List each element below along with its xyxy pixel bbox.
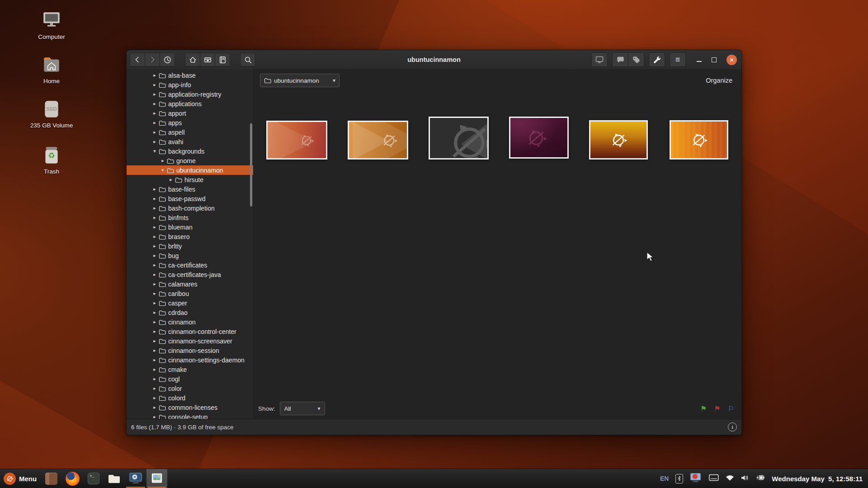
chevron-right-icon[interactable]: ▸ xyxy=(151,291,158,296)
chevron-right-icon[interactable]: ▸ xyxy=(151,234,158,239)
info-button[interactable]: i xyxy=(728,422,737,432)
file-thumbnail-wallpaper-1[interactable] xyxy=(266,121,327,160)
sidebar-item-apps[interactable]: ▸ apps xyxy=(127,118,253,127)
sidebar-item-ca-certificates-java[interactable]: ▸ ca-certificates-java xyxy=(127,270,253,279)
computer-button[interactable] xyxy=(200,53,215,66)
launcher-package[interactable] xyxy=(41,469,61,488)
sidebar-item-backgrounds[interactable]: ▾ backgrounds xyxy=(127,146,253,156)
chevron-right-icon[interactable]: ▸ xyxy=(151,272,158,277)
chevron-right-icon[interactable]: ▸ xyxy=(151,414,158,419)
sidebar-item-colord[interactable]: ▸ colord xyxy=(127,393,253,403)
sidebar-item-binfmts[interactable]: ▸ binfmts xyxy=(127,213,253,222)
sidebar-item-casper[interactable]: ▸ casper xyxy=(127,298,253,308)
sidebar-item-cinnamon-screensaver[interactable]: ▸ cinnamon-screensaver xyxy=(127,336,253,346)
sidebar-item-console-setup[interactable]: ▸ console-setup xyxy=(127,412,253,419)
chevron-down-icon[interactable]: ▾ xyxy=(159,167,166,173)
touchpad-icon[interactable] xyxy=(709,474,719,483)
chevron-down-icon[interactable]: ▾ xyxy=(151,148,158,154)
chevron-right-icon[interactable]: ▸ xyxy=(151,110,158,116)
sidebar-item-cmake[interactable]: ▸ cmake xyxy=(127,365,253,374)
sidebar-item-cinnamon-session[interactable]: ▸ cinnamon-session xyxy=(127,346,253,355)
preview-pane-button[interactable] xyxy=(591,52,608,67)
taskbar-window-media-player[interactable] xyxy=(125,469,146,488)
sidebar-item-aspell[interactable]: ▸ aspell xyxy=(127,127,253,137)
sidebar-item-blueman[interactable]: ▸ blueman xyxy=(127,222,253,232)
sidebar-item-brltty[interactable]: ▸ brltty xyxy=(127,241,253,251)
file-thumbnail-wallpaper-4[interactable] xyxy=(509,117,569,159)
tools-button[interactable] xyxy=(649,52,665,67)
wifi-icon[interactable] xyxy=(726,474,734,483)
chevron-right-icon[interactable]: ▸ xyxy=(151,243,158,249)
sidebar-item-gnome[interactable]: ▸ gnome xyxy=(127,156,253,165)
sidebar-item-cinnamon-settings-daemon[interactable]: ▸ cinnamon-settings-daemon xyxy=(127,355,253,365)
app-menu-button[interactable]: ≡ xyxy=(670,52,686,67)
sidebar-item-alsa-base[interactable]: ▸ alsa-base xyxy=(127,70,253,80)
chevron-right-icon[interactable]: ▸ xyxy=(151,376,158,382)
bookmarks-button[interactable] xyxy=(215,53,230,66)
file-thumbnail-wallpaper-5[interactable] xyxy=(589,120,648,160)
history-button[interactable] xyxy=(160,53,175,66)
chevron-right-icon[interactable]: ▸ xyxy=(151,262,158,268)
sidebar-item-cinnamon-control-center[interactable]: ▸ cinnamon-control-center xyxy=(127,327,253,336)
file-grid[interactable] xyxy=(254,69,741,419)
chevron-right-icon[interactable]: ▸ xyxy=(151,72,158,78)
sidebar-item-cinnamon[interactable]: ▸ cinnamon xyxy=(127,317,253,327)
chevron-right-icon[interactable]: ▸ xyxy=(151,129,158,135)
chevron-right-icon[interactable]: ▸ xyxy=(151,328,158,334)
forward-button[interactable] xyxy=(145,53,160,66)
sidebar-item-cogl[interactable]: ▸ cogl xyxy=(127,374,253,384)
keyboard-layout-indicator[interactable]: EN xyxy=(660,475,669,482)
menu-button[interactable]: Menu xyxy=(0,469,41,488)
show-filter-dropdown[interactable]: All ▾ xyxy=(280,402,325,415)
sidebar-item-ca-certificates[interactable]: ▸ ca-certificates xyxy=(127,260,253,270)
chevron-right-icon[interactable]: ▸ xyxy=(151,120,158,126)
desktop-icon-home[interactable]: Home xyxy=(24,53,79,84)
chevron-right-icon[interactable]: ▸ xyxy=(151,205,158,211)
file-thumbnail-wallpaper-2[interactable] xyxy=(348,121,408,160)
minimize-button[interactable] xyxy=(697,57,702,62)
back-button[interactable] xyxy=(130,53,145,66)
sidebar-item-cdrdao[interactable]: ▸ cdrdao xyxy=(127,308,253,317)
chevron-right-icon[interactable]: ▸ xyxy=(151,224,158,230)
chevron-right-icon[interactable]: ▸ xyxy=(151,186,158,192)
chevron-right-icon[interactable]: ▸ xyxy=(151,395,158,401)
chevron-right-icon[interactable]: ▸ xyxy=(151,281,158,287)
chevron-right-icon[interactable]: ▸ xyxy=(151,404,158,410)
red-flag-icon[interactable]: ⚑ xyxy=(714,404,720,413)
file-thumbnail-wallpaper-3[interactable] xyxy=(429,117,489,160)
chevron-right-icon[interactable]: ▸ xyxy=(151,253,158,258)
desktop-icon-computer[interactable]: Computer xyxy=(24,9,79,40)
sidebar-item-brasero[interactable]: ▸ brasero xyxy=(127,232,253,241)
battery-icon[interactable] xyxy=(755,474,765,483)
launcher-terminal[interactable]: >_ xyxy=(84,469,104,488)
sidebar-scrollbar[interactable] xyxy=(250,123,252,206)
launcher-firefox[interactable] xyxy=(61,469,84,488)
comments-button[interactable] xyxy=(612,52,628,67)
window-titlebar[interactable]: ubuntucinnamon ≡ xyxy=(127,50,741,70)
chevron-right-icon[interactable]: ▸ xyxy=(151,310,158,315)
desktop-icon-volume[interactable]: SSD 235 GB Volume xyxy=(24,98,79,129)
blue-flag-icon[interactable]: ⚐ xyxy=(728,404,734,413)
chevron-right-icon[interactable]: ▸ xyxy=(151,91,158,97)
sidebar-item-calamares[interactable]: ▸ calamares xyxy=(127,279,253,289)
tags-button[interactable] xyxy=(628,52,644,67)
sidebar-item-color[interactable]: ▸ color xyxy=(127,384,253,393)
sidebar-item-bash-completion[interactable]: ▸ bash-completion xyxy=(127,203,253,213)
chevron-right-icon[interactable]: ▸ xyxy=(167,177,175,183)
sidebar-item-base-files[interactable]: ▸ base-files xyxy=(127,184,253,194)
chevron-right-icon[interactable]: ▸ xyxy=(151,347,158,353)
chevron-right-icon[interactable]: ▸ xyxy=(159,158,166,164)
sidebar-item-ubuntucinnamon[interactable]: ▾ ubuntucinnamon xyxy=(127,165,253,175)
chevron-right-icon[interactable]: ▸ xyxy=(151,319,158,325)
sidebar-item-bug[interactable]: ▸ bug xyxy=(127,251,253,260)
sidebar-item-apport[interactable]: ▸ apport xyxy=(127,108,253,118)
close-button[interactable]: × xyxy=(726,55,737,65)
chevron-right-icon[interactable]: ▸ xyxy=(151,338,158,344)
chevron-right-icon[interactable]: ▸ xyxy=(151,139,158,145)
green-flag-icon[interactable]: ⚑ xyxy=(700,404,707,413)
sidebar-item-caribou[interactable]: ▸ caribou xyxy=(127,289,253,298)
sidebar-item-base-passwd[interactable]: ▸ base-passwd xyxy=(127,194,253,203)
sidebar-item-applications[interactable]: ▸ applications xyxy=(127,99,253,108)
launcher-files[interactable] xyxy=(104,469,125,488)
file-thumbnail-wallpaper-6[interactable] xyxy=(670,120,728,160)
